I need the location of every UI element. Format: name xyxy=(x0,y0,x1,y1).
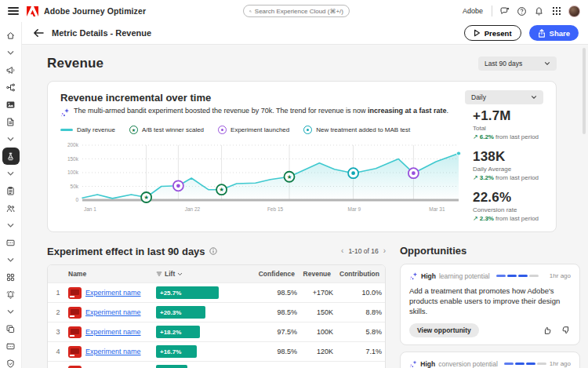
sidebar-item-chevron-down[interactable] xyxy=(2,217,20,234)
share-icon xyxy=(538,29,546,38)
trend-up-icon: ↗ xyxy=(473,174,478,181)
row-index: 4 xyxy=(48,348,68,355)
experiment-link[interactable]: Experiment name xyxy=(85,348,141,355)
potential-meter xyxy=(504,363,546,365)
sidebar-item-megaphone[interactable] xyxy=(2,61,20,78)
legend-item-experiment-launched: Experiment launched xyxy=(218,126,289,134)
sidebar-item-journey-branch[interactable] xyxy=(2,78,20,96)
chevron-down-icon xyxy=(7,50,14,56)
page-next-icon[interactable]: › xyxy=(383,247,386,255)
bell-ring-icon xyxy=(5,290,16,300)
experiment-link[interactable]: Experiment name xyxy=(85,289,141,297)
top-bar: Adobe Journey Optimizer Search Experienc… xyxy=(0,0,588,22)
experiment-thumbnail xyxy=(68,366,82,368)
contribution-value: 8.8% xyxy=(338,308,386,316)
svg-text:150k: 150k xyxy=(67,156,79,162)
experiments-table: Name Lift Confidence xyxy=(47,264,386,368)
column-header-confidence[interactable]: Confidence xyxy=(261,270,302,278)
asset-image-icon xyxy=(5,100,16,110)
sidebar-item-apps-grid[interactable] xyxy=(2,268,20,286)
revenue-line-chart[interactable]: 050k100k150k200kJan 1Jan 22Feb 15Mar 9Ma… xyxy=(60,139,462,217)
opportunity-text: Add a treatment that promotes how Adobe'… xyxy=(409,286,571,316)
stat-daily-average: 138K Daily Average ↗3.2%from last period xyxy=(473,149,543,181)
notifications-bell-icon[interactable] xyxy=(534,6,544,16)
sidebar-item-asset-image[interactable] xyxy=(2,96,20,113)
experiment-thumbnail xyxy=(68,326,82,338)
hamburger-menu-icon[interactable] xyxy=(8,7,19,14)
megaphone-icon xyxy=(5,65,16,75)
page-header-title: Metric Details - Revenue xyxy=(52,28,151,38)
svg-text:Feb 15: Feb 15 xyxy=(267,206,284,212)
ai-sparkle-icon xyxy=(409,271,418,280)
contribution-value: 7.1% xyxy=(338,348,386,355)
card-icon xyxy=(5,238,16,248)
chevron-down-icon xyxy=(7,223,14,228)
chart-card-title: Revenue incremental over time xyxy=(60,92,211,104)
org-name[interactable]: Adobe xyxy=(463,7,483,15)
sidebar-item-shield[interactable] xyxy=(2,355,20,368)
sidebar-item-copy-pages[interactable] xyxy=(2,320,20,337)
sidebar-item-card[interactable] xyxy=(2,234,20,251)
document-icon xyxy=(5,117,16,127)
column-header-revenue[interactable]: Revenue xyxy=(302,270,338,278)
search-input[interactable]: Search Experience Cloud (⌘+/) xyxy=(243,5,350,17)
pagination: ‹ 1-10 of 16 › xyxy=(341,247,386,255)
experiment-flask-icon xyxy=(5,151,16,162)
sidebar-item-chevron-down[interactable] xyxy=(2,44,20,61)
lift-bar: +18.2% xyxy=(156,326,200,338)
experiment-thumbnail xyxy=(68,346,82,358)
granularity-select[interactable]: Daily xyxy=(465,90,543,104)
column-header-name[interactable]: Name xyxy=(68,270,156,278)
row-index: 1 xyxy=(48,289,68,297)
experiment-link[interactable]: Experiment name xyxy=(85,328,141,336)
user-avatar[interactable] xyxy=(568,5,580,17)
lift-bar: +20.3% xyxy=(156,306,205,319)
sidebar-item-chevron-down[interactable] xyxy=(2,165,20,182)
green-star-marker-icon: ★ xyxy=(129,126,138,134)
sidebar-item-chevron-down[interactable] xyxy=(2,303,20,320)
journey-branch-icon xyxy=(5,82,16,93)
shield-icon xyxy=(5,359,16,368)
app-switcher-grid-icon[interactable] xyxy=(551,6,561,16)
contribution-value: 10.0% xyxy=(338,289,386,297)
confidence-value: 98.5% xyxy=(261,308,302,316)
sidebar-item-document[interactable] xyxy=(2,113,20,130)
column-header-contribution[interactable]: Contribution xyxy=(338,270,386,278)
svg-text:Jan 1: Jan 1 xyxy=(84,206,96,212)
help-icon[interactable] xyxy=(517,6,527,16)
opportunity-timestamp: 1hr ago xyxy=(550,272,571,279)
sidebar-item-bell-ring[interactable] xyxy=(2,286,20,303)
table-row: 4Experiment name+16.7%98.5%120K7.1% xyxy=(48,341,385,361)
sidebar-item-experiment-flask[interactable] xyxy=(2,148,20,165)
sidebar-item-clipboard-list[interactable] xyxy=(2,182,20,199)
back-arrow-icon[interactable] xyxy=(33,28,44,38)
date-range-select[interactable]: Last 90 days xyxy=(478,56,557,71)
opportunity-timestamp: 1hr ago xyxy=(550,360,571,367)
pagination-label: 1-10 of 16 xyxy=(348,247,378,255)
column-header-lift[interactable]: Lift xyxy=(156,270,261,278)
search-icon xyxy=(249,8,252,15)
table-header-row: Name Lift Confidence xyxy=(48,265,385,282)
divider xyxy=(492,5,492,16)
feedback-icon[interactable] xyxy=(499,6,510,16)
sidebar-item-card[interactable] xyxy=(2,337,20,355)
sidebar-item-chevron-down[interactable] xyxy=(2,130,20,148)
legend-item-daily-revenue: Daily revenue xyxy=(60,126,115,133)
page-prev-icon[interactable]: ‹ xyxy=(341,247,343,255)
sidebar-item-users[interactable] xyxy=(2,199,20,217)
ai-insight-text: The multi-armed bandit experiment booste… xyxy=(60,107,462,117)
info-icon[interactable] xyxy=(209,247,217,255)
sidebar-item-home[interactable] xyxy=(2,27,20,44)
apps-grid-icon xyxy=(5,272,16,282)
svg-text:★: ★ xyxy=(143,194,149,201)
present-button[interactable]: Present xyxy=(464,25,521,41)
sidebar-item-chevron-down[interactable] xyxy=(2,251,20,268)
thumbs-up-icon[interactable] xyxy=(543,326,552,335)
view-opportunity-button[interactable]: View opportunity xyxy=(409,323,479,337)
scrollbar[interactable] xyxy=(583,48,586,134)
thumbs-down-icon[interactable] xyxy=(561,326,571,335)
copy-pages-icon xyxy=(5,324,16,334)
experiment-link[interactable]: Experiment name xyxy=(85,308,141,316)
home-icon xyxy=(5,31,16,41)
share-button[interactable]: Share xyxy=(529,25,579,41)
